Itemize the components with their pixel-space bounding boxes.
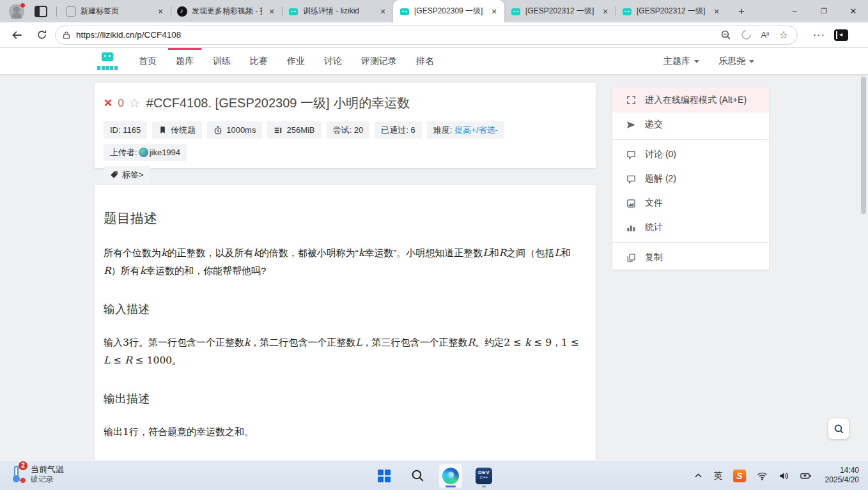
- tab-close-icon[interactable]: ✕: [600, 6, 610, 17]
- tab-newtab[interactable]: 新建标签页 ✕: [59, 0, 171, 22]
- menu-item-discussion[interactable]: 讨论 (0): [612, 142, 769, 167]
- tab-title: [GESP202312 一级] 小: [637, 6, 707, 17]
- taskbar-weather-widget[interactable]: 2 当前气温 破记录: [9, 464, 64, 484]
- back-icon[interactable]: [8, 26, 27, 45]
- user-menu-dropdown[interactable]: 乐思尧: [718, 56, 754, 67]
- search-icon: [411, 469, 424, 482]
- chip-time-limit: 1000ms: [207, 121, 262, 139]
- edge-logo-icon: [442, 468, 459, 484]
- douyin-favicon-icon: [177, 6, 187, 17]
- windows-taskbar: 2 当前气温 破记录 DEVC++ 英 S: [0, 460, 868, 490]
- search-icon: [833, 424, 844, 434]
- taskbar-edge-button[interactable]: [438, 463, 463, 489]
- tab-training-detail[interactable]: 训练详情 - lizikid ✕: [282, 0, 393, 22]
- tab-close-icon[interactable]: ✕: [489, 6, 499, 17]
- wifi-icon[interactable]: [757, 471, 768, 481]
- zoom-out-icon[interactable]: [720, 29, 731, 40]
- chip-accepted: 已通过: 6: [375, 121, 421, 139]
- nav-item-home[interactable]: 首页: [129, 48, 166, 74]
- nav-item-homework[interactable]: 作业: [277, 48, 314, 74]
- nav-item-problemset[interactable]: 题库: [166, 48, 203, 74]
- logo-text-decoration: [97, 66, 118, 70]
- floating-search-button[interactable]: [828, 418, 849, 439]
- chip-problem-type: 传统题: [152, 121, 202, 139]
- weather-line2: 破记录: [31, 475, 64, 484]
- devcpp-running-indicator: [482, 486, 486, 487]
- tab-gesp202312-b[interactable]: [GESP202312 一级] 小 ✕: [616, 0, 727, 22]
- tab-gesp202312-a[interactable]: [GESP202312 一级] 小 ✕: [504, 0, 616, 22]
- send-icon: [626, 120, 636, 130]
- chip-uploader: 上传者: jike1994: [104, 144, 187, 161]
- favorite-star-icon[interactable]: ☆: [779, 29, 788, 41]
- tab-close-icon[interactable]: ✕: [267, 6, 277, 17]
- browser-menu-icon[interactable]: ···: [813, 29, 825, 41]
- restore-button[interactable]: ❐: [809, 0, 839, 22]
- problem-title-row: ✕ 0 ☆ #CCF4108. [GESP202309 一级] 小明的幸运数: [104, 95, 585, 112]
- tab-close-icon[interactable]: ✕: [711, 6, 722, 17]
- close-button[interactable]: ✕: [839, 0, 868, 22]
- menu-divider: [612, 139, 769, 140]
- nav-item-records[interactable]: 评测记录: [352, 48, 407, 74]
- lock-icon[interactable]: [62, 31, 71, 40]
- expand-icon: [626, 95, 636, 105]
- taskbar-devcpp-button[interactable]: DEVC++: [472, 463, 496, 489]
- windows-logo-icon: [378, 470, 391, 482]
- menu-item-solutions[interactable]: 题解 (2): [612, 167, 769, 191]
- output-paragraph: 输出1行，符合题意的幸运数之和。: [104, 423, 584, 441]
- browser-profile-avatar[interactable]: [9, 4, 24, 19]
- nav-item-ranking[interactable]: 排名: [407, 48, 444, 74]
- menu-item-statistics[interactable]: 统计: [612, 215, 769, 240]
- workspaces-icon[interactable]: [35, 6, 47, 17]
- uploader-avatar: [139, 148, 148, 157]
- uploader-link[interactable]: jike1994: [150, 148, 180, 157]
- refresh-icon[interactable]: [32, 26, 51, 45]
- menu-item-copy[interactable]: 复制: [612, 245, 769, 270]
- tab-close-icon[interactable]: ✕: [378, 6, 388, 17]
- battery-icon[interactable]: [800, 471, 812, 481]
- lizikid-favicon-icon: [288, 6, 298, 17]
- read-aloud-icon[interactable]: A⁾⁾: [761, 30, 769, 40]
- tray-chevron-up-icon[interactable]: [694, 471, 703, 480]
- new-tab-button[interactable]: +: [733, 5, 750, 18]
- taskbar-search-button[interactable]: [405, 463, 430, 489]
- address-bar[interactable]: https://lizikid.cn/p/CCF4108 A⁾⁾ ☆: [55, 26, 798, 45]
- site-logo[interactable]: [96, 50, 119, 72]
- minimize-button[interactable]: –: [780, 0, 809, 22]
- section-description-title: 题目描述: [104, 210, 584, 227]
- menu-item-submit[interactable]: 递交: [612, 112, 769, 137]
- start-button[interactable]: [372, 463, 396, 489]
- tab-gesp202309-active[interactable]: [GESP202309 一级] 小 ✕: [393, 0, 504, 22]
- ime-indicator[interactable]: 英: [714, 470, 723, 482]
- chip-tags[interactable]: 标签>: [104, 166, 150, 183]
- section-input-title: 输入描述: [104, 302, 584, 317]
- page-content: ✕ 0 ☆ #CCF4108. [GESP202309 一级] 小明的幸运数 I…: [0, 74, 868, 460]
- input-paragraph: 输入3行。第一行包含一个正整数k，第二行包含一个正整数L，第三行包含一个正整数R…: [104, 333, 584, 369]
- nav-item-discuss[interactable]: 讨论: [314, 48, 352, 74]
- star-problem-icon[interactable]: ☆: [129, 96, 140, 111]
- sogou-input-icon[interactable]: S: [733, 470, 746, 482]
- tab-douyin[interactable]: 发现更多精彩视频 - 抖 ✕: [171, 0, 282, 22]
- copy-icon: [626, 253, 636, 263]
- difficulty-link[interactable]: 提高+/省选-: [454, 125, 498, 136]
- comment-icon: [626, 150, 636, 160]
- nav-item-training[interactable]: 训练: [203, 48, 240, 74]
- theme-library-dropdown[interactable]: 主题库: [663, 56, 699, 67]
- edge-active-indicator: [446, 486, 456, 487]
- scrollbar-thumb[interactable]: [861, 77, 866, 214]
- nav-item-contest[interactable]: 比赛: [240, 48, 277, 74]
- menu-divider: [612, 242, 769, 243]
- chip-memory-limit: 256MiB: [267, 121, 321, 139]
- tab-close-icon[interactable]: ✕: [155, 6, 166, 17]
- memory-icon: [274, 126, 283, 135]
- comment-icon: [626, 174, 636, 184]
- chip-difficulty: 难度: 提高+/省选-: [427, 121, 504, 139]
- url-text[interactable]: https://lizikid.cn/p/CCF4108: [76, 30, 720, 40]
- taskbar-clock[interactable]: 14:40 2025/4/20: [825, 466, 859, 485]
- speaker-icon[interactable]: [779, 471, 789, 481]
- system-tray: 英 S: [694, 461, 812, 490]
- extension-swirl-icon[interactable]: [740, 28, 753, 42]
- problem-title: #CCF4108. [GESP202309 一级] 小明的幸运数: [146, 95, 410, 112]
- menu-item-files[interactable]: 文件: [612, 191, 769, 215]
- copilot-sidebar-icon[interactable]: [834, 29, 848, 41]
- menu-item-online-coding[interactable]: 进入在线编程模式 (Alt+E): [612, 88, 769, 112]
